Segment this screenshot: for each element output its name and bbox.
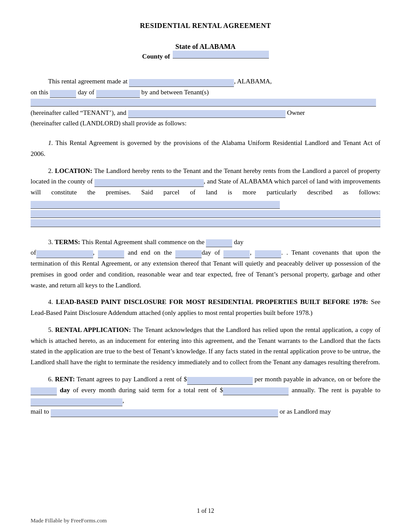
s4-label: LEAD-BASED PAINT DISCLOSURE FOR MOST RES… (56, 298, 368, 305)
term-start-year-field[interactable] (98, 250, 124, 258)
s6-text-mid2: day (60, 387, 70, 394)
document-page: RESIDENTIAL RENTAL AGREEMENT State of AL… (0, 0, 411, 532)
total-rent-field[interactable] (223, 387, 289, 395)
s2-num: 2. (48, 167, 53, 174)
intro-line2-prefix: on this (31, 89, 48, 96)
payable-to-field[interactable] (31, 398, 122, 406)
s6-text-mid4-prefix: annually. The rent is payable to (292, 387, 380, 394)
s5-num: 5. (48, 326, 53, 333)
section-6: 6. RENT: Tenant agrees to pay Landlord a… (31, 374, 380, 417)
location-field[interactable] (94, 179, 204, 187)
intro-line3-owner: Owner (287, 109, 305, 116)
intro-line4: (hereinafter called (LANDLORD) shall pro… (31, 120, 187, 127)
section-4: 4. LEAD-BASED PAINT DISCLOSURE FOR MOST … (31, 297, 380, 318)
document-title: RESIDENTIAL RENTAL AGREEMENT (31, 22, 380, 30)
intro-line3-suffix: (hereinafter called “TENANT’), and (31, 109, 126, 116)
made-by: Made Fillable by FreeForms.com (31, 517, 107, 524)
city-field[interactable] (129, 79, 234, 87)
day-field[interactable] (50, 90, 76, 98)
desc2-field[interactable] (31, 210, 380, 218)
desc3-field[interactable] (31, 219, 380, 227)
term-end-day-field[interactable] (175, 250, 202, 258)
s4-num: 4. (48, 298, 53, 305)
month-field[interactable] (96, 90, 140, 98)
term-start-day-field[interactable] (206, 239, 232, 247)
section-1: 1. This Rental Agreement is governed by … (31, 138, 380, 159)
page-number: 1 of 12 (197, 508, 214, 514)
s1-num: 1. (48, 139, 53, 146)
county-prefix: County of (142, 53, 170, 60)
section-5: 5. RENTAL APPLICATION: The Tenant acknow… (31, 325, 380, 368)
rent-day-field[interactable] (31, 387, 57, 395)
desc1-field[interactable] (31, 201, 280, 209)
s6-label: RENT: (55, 376, 75, 383)
county-field[interactable] (173, 51, 269, 59)
intro-line2-middle: day of (78, 89, 94, 96)
section-3: 3. TERMS: This Rental Agreement shall co… (31, 237, 380, 291)
s6-num: 6. (48, 376, 53, 383)
term-end-month-field[interactable] (223, 250, 250, 258)
owner-field[interactable] (128, 110, 286, 118)
intro-line2-suffix: by and between Tenant(s) (141, 89, 209, 96)
s3-num: 3. (48, 238, 53, 245)
s6-text-prefix: Tenant agrees to pay Landlord a rent of … (77, 376, 187, 383)
s1-text: This Rental Agreement is governed by the… (31, 139, 380, 157)
s5-label: RENTAL APPLICATION: (55, 326, 131, 333)
county-line: County of (31, 51, 380, 60)
s3-and-end: and end on the (128, 249, 172, 256)
section-2: 2. LOCATION: The Landlord hereby rents t… (31, 166, 380, 227)
tenants-field[interactable] (31, 99, 376, 107)
intro-block: This rental agreement made at , ALABAMA,… (31, 76, 380, 129)
s3-label: TERMS: (55, 238, 80, 245)
s2-label: LOCATION: (55, 167, 93, 174)
intro-line1-suffix: , ALABAMA, (234, 78, 272, 85)
term-end-year-field[interactable] (255, 250, 281, 258)
mail-field[interactable] (51, 409, 278, 417)
s3-day-label2: day of (202, 249, 220, 256)
term-start-month-field[interactable] (36, 250, 93, 258)
s3-text-prefix: This Rental Agreement shall commence on … (82, 238, 205, 245)
s6-text-mid3-prefix: of every month during said term for a to… (73, 387, 223, 394)
s3-of-label: of (31, 249, 36, 256)
s6-text-suffix: or as Landlord may (280, 408, 331, 415)
state-header: State of ALABAMA County of (31, 43, 380, 60)
page-footer: 1 of 12 (31, 507, 380, 515)
rent-field[interactable] (187, 377, 253, 385)
s3-day-label: day (234, 238, 244, 245)
intro-line1-prefix: This rental agreement made at (48, 78, 128, 85)
s6-text-mid1: per month payable in advance, on or befo… (254, 376, 380, 383)
state-label: State of ALABAMA (31, 43, 380, 51)
